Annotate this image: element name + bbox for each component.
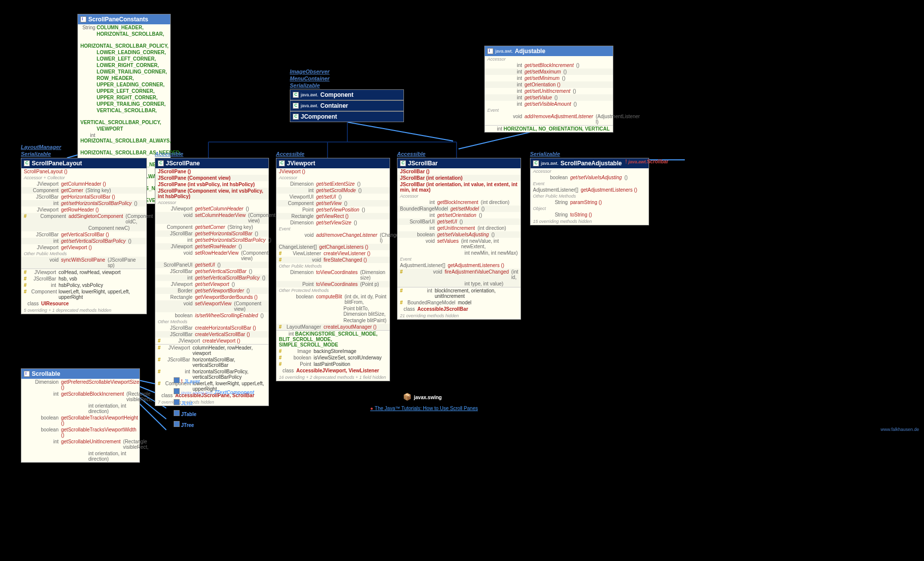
impl-accessible1: Accessible <box>155 151 183 157</box>
scrollable-impl: ! JLayer <box>174 377 200 384</box>
interface-icon <box>24 371 30 377</box>
member-row: Point blitTo, Dimension blitSize, <box>276 305 390 317</box>
constructor-row: JScrollBar (int orientation, int value, … <box>397 181 521 193</box>
member-row: intget/setVerticalScrollBarPolicy () <box>155 275 268 281</box>
class-container: java.awt.Container <box>290 100 404 111</box>
member-row: DimensiontoViewCoordinates (Dimension si… <box>276 269 390 281</box>
tutorial-link[interactable]: ● The Java™ Tutorials: How to Use Scroll… <box>370 405 478 411</box>
field-row: #inthorizontalScrollBarPolicy, verticalS… <box>155 368 268 380</box>
member-row: JViewportgetColumnHeader () <box>21 181 146 187</box>
member-row: voidsetViewportView (Component view) <box>155 300 268 312</box>
field-row: #JScrollBarhorizontalScrollBar, vertical… <box>155 356 268 368</box>
member-row: intgetScrollableUnitIncrement (Rectangle… <box>21 438 139 450</box>
member-row: Dimensionget/setExtentSize () <box>276 181 390 187</box>
interface-icon <box>80 16 86 22</box>
member-row: intget/setBlockIncrement () <box>485 62 613 69</box>
class-icon <box>24 160 30 166</box>
class-jscrollbar: JScrollBar JScrollBar ()JScrollBar (int … <box>397 158 521 320</box>
field-row: #booleanisViewSizeSet, scrollUnderway <box>276 354 390 361</box>
member-row: intgetOrientation () <box>485 81 613 88</box>
member-row: booleanget/setValueIsAdjusting () <box>530 174 649 181</box>
member-row: DimensiongetPreferredScrollableViewportS… <box>21 379 139 391</box>
member-row: intget/setVerticalScrollBarPolicy () <box>21 238 146 244</box>
impl-serializable: Serializable <box>290 82 320 88</box>
field-row: #intblockIncrement, orientation, unitInc… <box>397 287 521 299</box>
member-row: #ComponentaddSingletonComponent (Compone… <box>21 213 146 225</box>
member-row: BoundedRangeModelget/setModel () <box>397 206 521 212</box>
member-row: Componentget/setCorner (String key) <box>155 224 268 230</box>
class-icon <box>158 160 164 166</box>
member-row: ScrollPaneUIget/setUI () <box>155 262 268 268</box>
member-row: Borderget/setViewportBorder () <box>155 287 268 294</box>
member-row: voidadd/removeAdjustmentListener (Adjust… <box>485 113 613 125</box>
member-row: JScrollBarget/setHorizontalScrollBar () <box>155 230 268 237</box>
member-row: AdjustmentListener[]getAdjustmentListene… <box>397 262 521 269</box>
field-row: #ImagebackingStoreImage <box>276 348 390 354</box>
member-row: intgetBlockIncrement (int direction) <box>397 199 521 206</box>
member-row: AdjustmentListener[]getAdjustmentListene… <box>530 187 649 193</box>
member-row: booleanis/setWheelScrollingEnabled () <box>155 312 268 319</box>
field-row: #JViewportcolumnHeader, rowHeader, viewp… <box>155 345 268 356</box>
scrollable-impl: javax.swing.text.JTextComponent <box>174 388 254 395</box>
member-row: ComponentgetCorner (String key) <box>21 187 146 194</box>
member-row: JViewportget/setColumnHeader () <box>155 206 268 212</box>
member-row: JViewportgetViewport () <box>21 244 146 251</box>
class-scrollpanelayout: ScrollPaneLayout ScrollPaneLayout () Acc… <box>21 158 147 314</box>
class-icon <box>293 114 299 120</box>
member-row: int orientation, int direction) <box>21 403 139 415</box>
class-scrollpaneadjustable: java.awt.ScrollPaneAdjustable Accessor b… <box>530 158 649 225</box>
member-row: RectanglegetViewportBorderBounds () <box>155 294 268 300</box>
member-row: JScrollBarcreateHorizontalScrollBar () <box>155 325 268 331</box>
impl-accessible3: Accessible <box>397 151 425 157</box>
interface-icon <box>487 48 493 54</box>
member-row: #ViewListenercreateViewListener () <box>276 250 390 257</box>
constructor-row: JScrollPane (int vsbPolicy, int hsbPolic… <box>155 181 268 188</box>
member-row: ScrollBarUIget/setUI () <box>397 218 521 225</box>
member-row: JScrollBargetHorizontalScrollBar () <box>21 194 146 200</box>
constructor-row: JScrollPane (Component view, int vsbPoli… <box>155 188 268 200</box>
scrollable-impl: JTable <box>174 410 197 417</box>
member-row: intget/setUnitIncrement () <box>485 88 613 94</box>
member-row: int newMin, int newMax) <box>397 250 521 256</box>
member-row: intget/setHorizontalScrollBarPolicy () <box>155 237 268 243</box>
class-adjustable: java.awt.Adjustable Accessor intget/setB… <box>484 46 613 133</box>
member-row: ViewportUIget/setUI () <box>276 194 390 200</box>
member-row: #JViewportcreateViewport () <box>155 338 268 344</box>
constructor-row: JScrollPane () <box>155 168 268 175</box>
member-row: Rectangle blitPaint) <box>276 317 390 324</box>
member-row: JScrollBarcreateVerticalScrollBar () <box>155 331 268 338</box>
class-name: ScrollPaneConstants <box>88 16 148 23</box>
field-row: #ComponentlowerLeft, lowerRight, upperLe… <box>21 288 146 300</box>
member-row: JScrollBarget/setVerticalScrollBar () <box>155 268 268 275</box>
member-row: Pointget/setViewPosition () <box>276 207 390 213</box>
member-row: voidsetColumnHeaderView (Component view) <box>155 212 268 224</box>
class-icon <box>293 92 299 98</box>
scrollable-impl: JList <box>174 399 193 406</box>
member-row: #voidfireAdjustmentValueChanged (int id, <box>397 269 521 280</box>
member-row: booleangetScrollableTracksViewportWidth … <box>21 426 139 438</box>
member-row: PointtoViewCoordinates (Point p) <box>276 281 390 287</box>
impl-layoutmanager: LayoutManager <box>21 144 61 150</box>
impl-accessible2: Accessible <box>276 151 304 157</box>
class-jscrollpane: JScrollPane JScrollPane ()JScrollPane (C… <box>155 158 269 406</box>
credit: www.falkhausen.de <box>880 427 919 432</box>
member-row: voidsetRowHeaderView (Component view) <box>155 250 268 262</box>
member-row: JViewportgetRowHeader () <box>21 207 146 213</box>
member-row: intget/setValue () <box>485 94 613 101</box>
field-row: #PointlastPaintPosition <box>276 361 390 367</box>
member-row: intgetUnitIncrement (int direction) <box>397 225 521 231</box>
constructor-row: JScrollPane (Component view) <box>155 175 268 181</box>
member-row: JScrollBargetVerticalScrollBar () <box>21 231 146 238</box>
constructor-row: JScrollBar (int orientation) <box>397 175 521 181</box>
package-title: 📦 javax.swing <box>403 391 442 402</box>
field-row: #BoundedRangeModelmodel <box>397 299 521 306</box>
member-row: intgetScrollableBlockIncrement (Rectangl… <box>21 391 139 403</box>
class-jcomponent: JComponent <box>290 111 404 122</box>
member-row: Dimensionget/setViewSize () <box>276 219 390 226</box>
field-row: #JViewportcolHead, rowHead, viewport <box>21 269 146 276</box>
impl-serializable3: Serializable <box>530 151 560 157</box>
member-row: int orientation, int direction) <box>21 450 139 462</box>
svg-line-1 <box>347 122 453 141</box>
field-row: #inthsbPolicy, vsbPolicy <box>21 282 146 288</box>
class-scrollable: Scrollable DimensiongetPreferredScrollab… <box>21 368 140 463</box>
